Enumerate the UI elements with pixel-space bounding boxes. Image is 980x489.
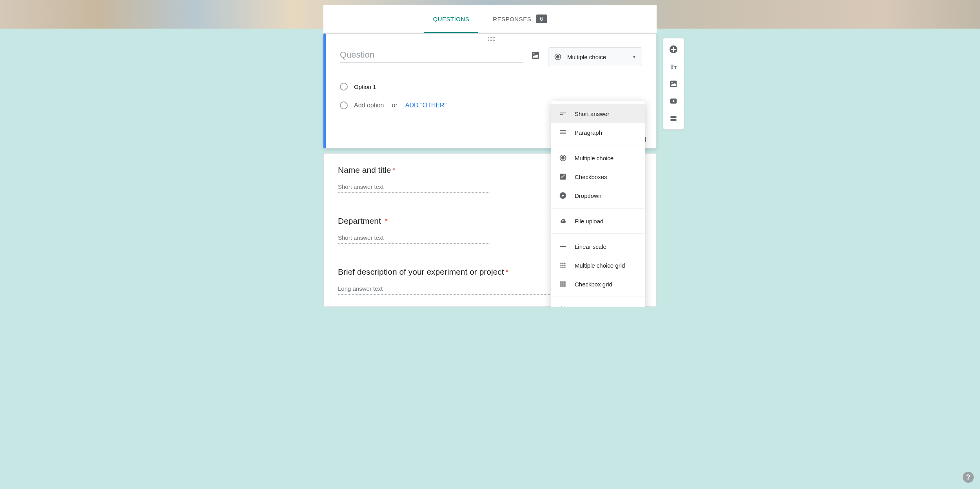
required-indicator: * — [385, 217, 388, 226]
menu-linear-scale[interactable]: Linear scale — [551, 237, 645, 256]
checkbox-icon — [558, 172, 568, 181]
question-title: Department — [338, 216, 381, 226]
svg-rect-34 — [562, 285, 563, 286]
menu-multiple-choice-grid[interactable]: Multiple choice grid — [551, 256, 645, 275]
side-toolbar: TT — [663, 38, 684, 130]
svg-rect-32 — [564, 283, 565, 284]
question-title-input[interactable]: Question — [340, 47, 523, 63]
add-image-button[interactable] — [666, 77, 681, 91]
svg-point-24 — [560, 266, 561, 268]
image-icon[interactable] — [531, 51, 540, 60]
menu-paragraph[interactable]: Paragraph — [551, 123, 645, 142]
menu-checkboxes[interactable]: Checkboxes — [551, 167, 645, 186]
add-title-button[interactable]: TT — [666, 60, 681, 74]
svg-rect-39 — [564, 307, 565, 307]
question-title: Name and title — [338, 165, 391, 175]
short-answer-placeholder: Short answer text — [338, 234, 490, 244]
svg-rect-28 — [562, 281, 563, 283]
svg-text:T: T — [670, 63, 674, 70]
linear-scale-icon — [558, 242, 568, 251]
radio-icon — [340, 101, 348, 109]
svg-point-48 — [671, 82, 673, 83]
menu-checkbox-grid[interactable]: Checkbox grid — [551, 275, 645, 293]
drag-handle-icon[interactable] — [326, 34, 656, 43]
svg-point-23 — [564, 264, 565, 266]
menu-label: Paragraph — [575, 129, 602, 136]
upload-icon — [558, 216, 568, 226]
question-type-dropdown: Short answer Paragraph Multiple choice — [551, 101, 645, 307]
checkbox-grid-icon — [558, 279, 568, 289]
menu-file-upload[interactable]: File upload — [551, 212, 645, 230]
svg-rect-44 — [671, 49, 676, 50]
short-answer-icon — [558, 109, 568, 118]
tab-responses[interactable]: RESPONSES 6 — [481, 5, 559, 33]
svg-text:T: T — [674, 65, 677, 70]
required-indicator: * — [506, 268, 508, 277]
svg-rect-29 — [564, 281, 565, 283]
svg-rect-27 — [560, 281, 561, 283]
selected-type-label: Multiple choice — [567, 54, 632, 60]
question-type-selector[interactable]: Multiple choice ▼ — [548, 47, 642, 66]
add-other-button[interactable]: ADD "OTHER" — [405, 102, 447, 109]
menu-dropdown[interactable]: Dropdown — [551, 186, 645, 205]
menu-label: Multiple choice grid — [575, 262, 625, 269]
svg-rect-9 — [560, 134, 566, 134]
add-section-button[interactable] — [666, 111, 681, 125]
svg-rect-38 — [561, 307, 562, 307]
menu-short-answer[interactable]: Short answer — [551, 104, 645, 123]
svg-rect-17 — [561, 246, 565, 247]
form-container: QUESTIONS RESPONSES 6 Question Multiple … — [323, 33, 657, 307]
menu-label: File upload — [575, 218, 603, 225]
svg-point-3 — [556, 55, 559, 58]
svg-rect-35 — [564, 285, 565, 286]
svg-point-22 — [562, 264, 563, 266]
tab-questions[interactable]: QUESTIONS — [421, 5, 481, 33]
svg-point-1 — [534, 53, 535, 54]
dropdown-icon — [558, 191, 568, 200]
option-1-label[interactable]: Option 1 — [354, 83, 376, 90]
svg-rect-50 — [671, 116, 677, 118]
add-question-button[interactable] — [666, 42, 681, 56]
svg-rect-8 — [560, 132, 566, 132]
tab-responses-label: RESPONSES — [493, 16, 531, 22]
required-indicator: * — [392, 167, 395, 175]
chevron-down-icon: ▼ — [632, 55, 636, 59]
svg-point-19 — [562, 263, 563, 264]
radio-icon — [554, 53, 562, 61]
svg-point-11 — [561, 156, 564, 159]
svg-point-18 — [560, 263, 561, 264]
question-title: Brief description of your experiment or … — [338, 267, 504, 277]
svg-rect-33 — [560, 285, 561, 286]
menu-label: Multiple choice — [575, 155, 613, 161]
radio-icon — [340, 83, 348, 91]
svg-point-25 — [562, 266, 563, 268]
svg-rect-5 — [560, 113, 566, 114]
svg-rect-6 — [560, 114, 563, 115]
svg-rect-30 — [560, 283, 561, 284]
mc-grid-icon — [558, 261, 568, 270]
radio-icon — [558, 153, 568, 163]
option-row-1: Option 1 — [340, 77, 642, 96]
menu-label: Checkboxes — [575, 174, 607, 180]
svg-point-20 — [564, 263, 565, 264]
menu-label: Linear scale — [575, 243, 606, 250]
svg-rect-51 — [671, 119, 677, 121]
svg-point-21 — [560, 264, 561, 266]
add-option-button[interactable]: Add option — [354, 102, 384, 109]
svg-rect-7 — [560, 130, 566, 131]
menu-label: Checkbox grid — [575, 281, 612, 288]
question-editor-card: Question Multiple choice ▼ Option 1 Ad — [323, 33, 657, 149]
add-video-button[interactable] — [666, 94, 681, 108]
calendar-icon — [558, 305, 568, 307]
menu-date[interactable]: Date — [551, 300, 645, 307]
menu-label: Short answer — [575, 110, 609, 117]
menu-label: Date — [575, 306, 587, 307]
or-text: or — [392, 102, 397, 109]
svg-rect-31 — [562, 283, 563, 284]
short-answer-placeholder: Short answer text — [338, 183, 490, 193]
tabs-bar: QUESTIONS RESPONSES 6 — [323, 5, 657, 33]
menu-label: Dropdown — [575, 192, 601, 199]
response-count-badge: 6 — [536, 14, 547, 23]
paragraph-icon — [558, 128, 568, 137]
menu-multiple-choice[interactable]: Multiple choice — [551, 149, 645, 167]
